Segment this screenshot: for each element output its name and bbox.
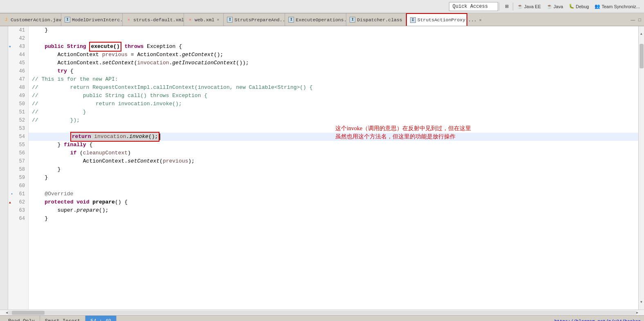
scroll-up-arrow[interactable]: ▲ <box>640 32 642 36</box>
line-numbers: 41 42 43 44 45 46 47 48 49 50 51 52 53 5… <box>8 26 29 310</box>
minimize-editor-btn[interactable]: — <box>629 17 636 22</box>
code-line-52: // }); <box>29 116 638 124</box>
annotation-line-2: 虽然也用这个方法名，但这里的功能是放行操作 <box>335 133 456 141</box>
text-cursor <box>159 133 160 140</box>
code-line-43: public String execute() throws Exception… <box>29 43 638 51</box>
perspectives-btn[interactable]: ⊞ <box>503 2 511 11</box>
java-icon-dispatcher: I <box>350 17 355 23</box>
team-sync-btn[interactable]: 👥 Team Synchroniz... <box>592 2 642 11</box>
main-toolbar: Quick Access ⊞ ☕ Java EE ☕ Java 🐛 Debug … <box>0 0 644 13</box>
tab-label-proxy: StrutsActionProxy.... <box>417 17 477 23</box>
code-line-55: } finally { <box>29 141 638 149</box>
ln-53: 53 <box>8 124 28 133</box>
maximize-editor-btn[interactable]: □ <box>637 17 642 22</box>
java-icon-struts-prepare: I <box>227 17 233 23</box>
tab-dispatcher[interactable]: I Dispatcher.class <box>346 13 406 26</box>
tab-label-web: web.xml <box>195 17 214 23</box>
ln-48: 48 <box>8 84 28 92</box>
code-line-41: } <box>29 26 638 34</box>
ln-47: 47 <box>8 75 28 84</box>
tab-customer-action[interactable]: J CustomerAction.java <box>0 13 61 26</box>
tab-struts-action-proxy[interactable]: I StrutsActionProxy.... ✕ <box>406 13 467 26</box>
team-label: Team Synchroniz... <box>601 4 640 9</box>
tab-struts-default[interactable]: ✕ struts-default.xml ✕ <box>123 13 184 26</box>
ln-43: 43 <box>8 43 28 51</box>
code-line-56: if (cleanupContext) <box>29 149 638 157</box>
execute-box: execute() <box>89 42 121 52</box>
editor-area[interactable]: 41 42 43 44 45 46 47 48 49 50 51 52 53 5… <box>8 26 644 310</box>
code-line-63: super.prepare(); <box>29 206 638 215</box>
ln-57: 57 <box>8 157 28 165</box>
tab-end-controls: — □ <box>628 13 644 26</box>
ln-59: 59 <box>8 174 28 182</box>
tab-label-dispatcher: Dispatcher.class <box>357 17 402 23</box>
debug-label: Debug <box>576 4 589 9</box>
close-proxy[interactable]: ✕ <box>478 18 482 23</box>
scroll-right-arrow[interactable]: ▶ <box>636 311 638 314</box>
code-line-60 <box>29 182 638 190</box>
java-icon-execute: I <box>288 17 294 23</box>
tab-struts-prepare[interactable]: I StrutsPrepareAnd... <box>224 13 285 26</box>
code-line-51: // } <box>29 108 638 116</box>
ln-52: 52 <box>8 116 28 124</box>
status-readonly: Read-Only <box>3 316 40 321</box>
java-icon-proxy: I <box>410 17 416 23</box>
quick-access-input[interactable]: Quick Access <box>449 2 498 11</box>
java-ee-btn[interactable]: ☕ Java EE <box>515 2 543 11</box>
scrollbar-thumb[interactable] <box>640 44 644 68</box>
status-insert-mode: Smart Insert <box>40 316 85 321</box>
tab-label-struts-prepare: StrutsPrepareAnd... <box>234 17 288 23</box>
tab-model-driven[interactable]: I ModelDrivenInterc... <box>61 13 123 26</box>
vertical-scrollbar[interactable]: ▲ ▼ <box>638 26 644 310</box>
code-line-57: ActionContext.setContext(previous); <box>29 157 638 165</box>
code-line-49: // public String call() throws Exception… <box>29 92 638 100</box>
code-line-44: ActionContext previous = ActionContext.g… <box>29 51 638 59</box>
scroll-down-arrow[interactable]: ▼ <box>640 300 642 304</box>
status-bar: Read-Only Smart Insert 54 : 40 https://b… <box>0 315 644 321</box>
toolbar-sep-1 <box>499 2 499 11</box>
ln-55: 55 <box>8 141 28 149</box>
ln-46: 46 <box>8 67 28 75</box>
tab-web-xml[interactable]: ✕ web.xml ✕ <box>184 13 224 26</box>
code-line-48: // return RequestContextImpl.callInConte… <box>29 84 638 92</box>
java-ee-label: Java EE <box>524 4 541 9</box>
ln-56: 56 <box>8 149 28 157</box>
ln-42: 42 <box>8 34 28 43</box>
code-line-42 <box>29 34 638 43</box>
ln-58: 58 <box>8 165 28 174</box>
java-icon-customer: J <box>3 17 9 23</box>
tab-label-customer: CustomerAction.java <box>11 17 64 23</box>
java-btn[interactable]: ☕ Java <box>544 2 565 11</box>
ln-54: 54 <box>8 133 28 141</box>
debug-btn[interactable]: 🐛 Debug <box>566 2 591 11</box>
status-position: 54 : 40 <box>85 316 116 321</box>
tab-bar: J CustomerAction.java I ModelDrivenInter… <box>0 13 644 26</box>
xml-icon-struts: ✕ <box>126 17 132 23</box>
position-label: 54 : 40 <box>90 319 111 321</box>
code-line-59: } <box>29 174 638 182</box>
annotation-line-1: 这个invoke（调用的意思）在反射中见到过，但在这里 <box>335 124 471 133</box>
code-editor[interactable]: } public String execute() throws Excepti… <box>29 26 638 310</box>
quick-access-label: Quick Access <box>453 4 488 9</box>
code-line-53: 这个invoke（调用的意思）在反射中见到过，但在这里 <box>29 124 638 133</box>
code-line-50: // return invocation.invoke(); <box>29 100 638 108</box>
ln-61: 61 <box>8 190 28 198</box>
left-gutter <box>0 26 8 310</box>
code-line-64: } <box>29 215 638 223</box>
ln-62: 62 <box>8 198 28 206</box>
status-url-link[interactable]: https://blogqsm.net/p/v24/hacker <box>554 319 641 321</box>
scrollbar-h-track <box>8 311 636 315</box>
horizontal-scrollbar[interactable]: ◀ ▶ <box>0 310 644 315</box>
tab-execute-ops[interactable]: I ExecuteOperations.... <box>285 13 346 26</box>
ln-64: 64 <box>8 215 28 223</box>
code-line-47: // This is for the new API: <box>29 75 638 84</box>
toolbar-sep-2 <box>513 2 513 11</box>
code-line-58: } <box>29 165 638 174</box>
scrollbar-h-thumb[interactable] <box>12 311 45 315</box>
ln-44: 44 <box>8 51 28 59</box>
close-web-xml[interactable]: ✕ <box>216 17 220 22</box>
java-icon-model: I <box>65 17 70 23</box>
code-line-54: return invocation.invoke(); 虽然也用这个方法名，但这… <box>29 133 638 141</box>
code-line-46: try { <box>29 67 638 75</box>
ln-45: 45 <box>8 59 28 67</box>
